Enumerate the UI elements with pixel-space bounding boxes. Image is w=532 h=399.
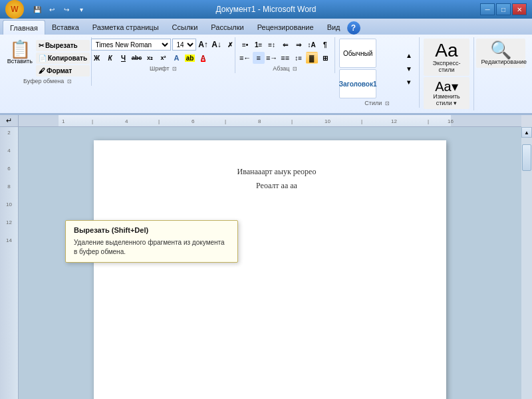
document-page[interactable]: Иванааарт аыук реорео Реоалт аа аа <box>94 140 446 399</box>
font-group-label: Шрифт ⊡ <box>150 65 177 72</box>
help-button[interactable]: ? <box>347 21 360 35</box>
font-group: Times New Roman 14 A↑ A↓ ✗ Ж К Ч abc x₂ … <box>92 37 235 73</box>
paste-button[interactable]: 📋 Вставить <box>5 39 35 66</box>
tab-review[interactable]: Рецензирование <box>251 20 321 35</box>
tab-view[interactable]: Вид <box>321 20 347 35</box>
bullets-button[interactable]: ≡• <box>239 39 251 51</box>
redo-quick-btn[interactable]: ↪ <box>60 3 73 15</box>
italic-button[interactable]: К <box>104 52 116 64</box>
underline-button[interactable]: Ч <box>118 52 130 64</box>
svg-text:|: | <box>92 118 93 124</box>
svg-rect-1 <box>19 115 59 127</box>
show-marks-button[interactable]: ¶ <box>319 39 331 51</box>
tab-mailings[interactable]: Рассылки <box>204 20 250 35</box>
align-left-button[interactable]: ≡← <box>239 52 251 64</box>
align-right-button[interactable]: ≡→ <box>266 52 278 64</box>
styles-more[interactable]: ▾ <box>403 76 415 88</box>
svg-text:16: 16 <box>448 118 454 124</box>
multilevel-button[interactable]: ≡↕ <box>266 39 278 51</box>
maximize-button[interactable]: □ <box>496 3 511 15</box>
ribbon-tabs: Главная Вставка Разметка страницы Ссылки… <box>0 19 532 35</box>
title-bar-left: W 💾 ↩ ↪ ▾ <box>5 0 88 19</box>
increase-indent-button[interactable]: ⇒ <box>293 39 305 51</box>
font-name-select[interactable]: Times New Roman <box>91 39 171 51</box>
styles-label: Стили ⊡ <box>364 100 389 106</box>
tab-references[interactable]: Ссылки <box>166 20 205 35</box>
font-row-2: Ж К Ч abc x₂ x² A ab A <box>91 52 236 64</box>
office-button[interactable]: W <box>5 0 24 19</box>
tooltip: Вырезать (Shift+Del) Удаление выделенног… <box>65 220 238 263</box>
borders-button[interactable]: ⊞ <box>319 52 331 64</box>
justify-button[interactable]: ≡≡ <box>279 52 291 64</box>
paragraph-group: ≡• 1≡ ≡↕ ⇐ ⇒ ↕A ¶ ≡← ≡ ≡→ ≡≡ ↕≡ ▓ ⊞ <box>235 37 335 73</box>
styles-content: Обычный Заголовок1 ▲ ▼ ▾ <box>339 39 415 98</box>
format-painter-button[interactable]: 🖌 Формат <box>36 65 90 76</box>
line-spacing-button[interactable]: ↕≡ <box>293 52 305 64</box>
styles-scroll-up[interactable]: ▲ <box>403 49 415 61</box>
copy-button[interactable]: 📄 Копировать <box>36 53 90 64</box>
align-center-button[interactable]: ≡ <box>253 52 265 64</box>
cut-button[interactable]: ✂ Вырезать <box>36 40 90 51</box>
svg-text:1: 1 <box>62 118 65 124</box>
font-color-button[interactable]: A <box>198 52 209 64</box>
para-row-2: ≡← ≡ ≡→ ≡≡ ↕≡ ▓ ⊞ <box>239 52 331 64</box>
styles-scroll-down[interactable]: ▼ <box>403 63 415 74</box>
customize-quick-btn[interactable]: ▾ <box>74 3 88 15</box>
subscript-button[interactable]: x₂ <box>144 52 156 64</box>
superscript-button[interactable]: x² <box>158 52 170 64</box>
decrease-indent-button[interactable]: ⇐ <box>279 39 291 51</box>
shading-button[interactable]: ▓ <box>306 52 318 64</box>
svg-text:4: 4 <box>125 118 128 124</box>
edit-group: 🔍 Редактирование <box>474 37 528 69</box>
vertical-ruler: 2 4 6 8 10 12 14 <box>0 127 19 399</box>
close-button[interactable]: ✕ <box>512 3 527 15</box>
editing-button[interactable]: 🔍 Редактирование <box>476 39 525 68</box>
scroll-thumb[interactable] <box>522 144 531 171</box>
svg-text:12: 12 <box>391 118 397 124</box>
minimize-button[interactable]: ─ <box>480 3 495 15</box>
document-area[interactable]: Иванааарт аыук реорео Реоалт аа аа Вырез… <box>19 127 521 399</box>
ruler-corner: ↵ <box>0 115 19 127</box>
tab-page-layout[interactable]: Разметка страницы <box>86 20 166 35</box>
style-heading1[interactable]: Заголовок1 <box>339 69 376 98</box>
shrink-font-button[interactable]: A↓ <box>211 39 223 51</box>
vertical-scrollbar: ▲ ▲ ⊙ ▼ ▼ <box>521 127 532 399</box>
scroll-up-button[interactable]: ▲ <box>521 127 532 138</box>
scroll-track[interactable] <box>521 138 532 399</box>
clipboard-group: 📋 Вставить ✂ Вырезать 📄 Копировать <box>4 37 92 86</box>
express-styles-button[interactable]: Aa Экспресс-стили <box>424 39 469 76</box>
paragraph-label: Абзац ⊡ <box>273 65 297 72</box>
numbering-button[interactable]: 1≡ <box>253 39 265 51</box>
window-title: Документ1 - Microsoft Word <box>215 5 316 14</box>
change-styles-button[interactable]: Aa▾ Изменить стили ▾ <box>424 77 469 109</box>
undo-quick-btn[interactable]: ↩ <box>45 3 59 15</box>
tooltip-description: Удаление выделенного фрагмента из докуме… <box>74 238 229 257</box>
style-normal[interactable]: Обычный <box>339 39 376 68</box>
main-area: 2 4 6 8 10 12 14 Иванааарт аыук реорео Р… <box>0 127 532 399</box>
doc-line-1: Иванааарт аыук реорео <box>147 167 406 177</box>
sort-button[interactable]: ↕A <box>306 39 318 51</box>
tooltip-title: Вырезать (Shift+Del) <box>74 226 229 234</box>
doc-line-2: Реоалт аа аа <box>147 181 406 191</box>
tab-home[interactable]: Главная <box>3 20 45 35</box>
clipboard-label: Буфер обмена ⊡ <box>23 78 72 84</box>
tab-insert[interactable]: Вставка <box>45 20 86 35</box>
bold-button[interactable]: Ж <box>91 52 103 64</box>
svg-text:|: | <box>158 118 160 124</box>
clear-format-button[interactable]: ✗ <box>224 39 236 51</box>
svg-rect-0 <box>19 115 521 127</box>
save-quick-btn[interactable]: 💾 <box>31 3 44 15</box>
svg-text:10: 10 <box>325 118 331 124</box>
text-effects-button[interactable]: A <box>171 52 183 64</box>
para-row-1: ≡• 1≡ ≡↕ ⇐ ⇒ ↕A ¶ <box>239 39 331 51</box>
font-controls: Times New Roman 14 A↑ A↓ ✗ Ж К Ч abc x₂ … <box>91 39 236 64</box>
strikethrough-button[interactable]: abc <box>131 52 143 64</box>
grow-font-button[interactable]: A↑ <box>198 39 209 51</box>
highlight-color-button[interactable]: ab <box>184 52 196 64</box>
ruler-svg: 1 | 4 | 6 | 8 | 10 | 12 | 16 <box>19 115 521 127</box>
font-size-select[interactable]: 14 <box>172 39 196 51</box>
ruler-scroll-area <box>521 115 532 127</box>
svg-text:|: | <box>428 118 429 124</box>
svg-text:|: | <box>225 118 226 124</box>
ribbon-content: 📋 Вставить ✂ Вырезать 📄 Копировать <box>0 35 532 114</box>
